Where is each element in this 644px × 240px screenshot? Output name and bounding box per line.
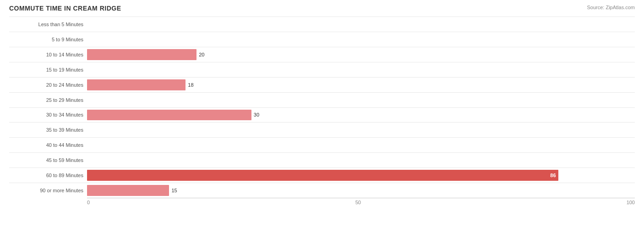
- bar-fill: 18: [87, 79, 186, 90]
- chart-title: COMMUTE TIME IN CREAM RIDGE: [9, 5, 121, 12]
- bar-row: 40 to 44 Minutes: [9, 137, 635, 152]
- chart-container: COMMUTE TIME IN CREAM RIDGE Source: ZipA…: [0, 0, 644, 240]
- bar-row: 20 to 24 Minutes18: [9, 77, 635, 92]
- bar-row: 5 to 9 Minutes: [9, 32, 635, 47]
- chart-source: Source: ZipAtlas.com: [587, 5, 635, 10]
- bar-area: 15: [87, 183, 635, 198]
- bar-area: [87, 153, 635, 167]
- bar-label: 90 or more Minutes: [9, 188, 87, 193]
- bar-fill: 30: [87, 110, 251, 121]
- bar-area: [87, 138, 635, 152]
- bar-value: 18: [188, 82, 193, 88]
- bar-label: 35 to 39 Minutes: [9, 127, 87, 133]
- bar-row: 60 to 89 Minutes86: [9, 167, 635, 183]
- bar-label: 40 to 44 Minutes: [9, 142, 87, 148]
- bar-area: 18: [87, 78, 635, 92]
- bar-value: 20: [199, 52, 204, 57]
- bar-row: 35 to 39 Minutes: [9, 122, 635, 137]
- bar-row: 15 to 19 Minutes: [9, 62, 635, 77]
- bar-area: 20: [87, 47, 635, 62]
- bar-row: Less than 5 Minutes: [9, 17, 635, 32]
- bar-row: 90 or more Minutes15: [9, 183, 635, 198]
- bar-value: 30: [254, 112, 259, 117]
- bar-fill: 86: [87, 170, 558, 181]
- bar-row: 30 to 34 Minutes30: [9, 107, 635, 123]
- bar-label: 60 to 89 Minutes: [9, 173, 87, 178]
- axis-row: 050100: [9, 198, 635, 211]
- bar-area: [87, 123, 635, 137]
- bar-area: 30: [87, 108, 635, 123]
- axis-label: 100: [627, 200, 635, 205]
- bar-area: [87, 32, 635, 47]
- bar-area: 86: [87, 168, 635, 183]
- bar-area: [87, 93, 635, 107]
- chart-body: Less than 5 Minutes5 to 9 Minutes10 to 1…: [9, 17, 635, 211]
- bar-value: 15: [171, 188, 177, 193]
- bar-fill: 20: [87, 49, 196, 60]
- bar-label: Less than 5 Minutes: [9, 22, 87, 27]
- bar-label: 15 to 19 Minutes: [9, 67, 87, 73]
- bar-label: 5 to 9 Minutes: [9, 37, 87, 42]
- chart-header: COMMUTE TIME IN CREAM RIDGE Source: ZipA…: [9, 5, 635, 12]
- bar-label: 25 to 29 Minutes: [9, 97, 87, 103]
- bar-row: 25 to 29 Minutes: [9, 92, 635, 107]
- axis-label: 50: [355, 200, 361, 205]
- bar-label: 20 to 24 Minutes: [9, 82, 87, 88]
- bar-row: 10 to 14 Minutes20: [9, 47, 635, 62]
- bar-label: 10 to 14 Minutes: [9, 52, 87, 57]
- bar-value: 86: [550, 173, 556, 178]
- bar-label: 45 to 59 Minutes: [9, 157, 87, 163]
- axis-label: 0: [87, 200, 90, 205]
- bar-area: [87, 17, 635, 32]
- bar-row: 45 to 59 Minutes: [9, 152, 635, 167]
- bar-area: [87, 62, 635, 77]
- bar-label: 30 to 34 Minutes: [9, 112, 87, 117]
- bar-fill: 15: [87, 185, 169, 196]
